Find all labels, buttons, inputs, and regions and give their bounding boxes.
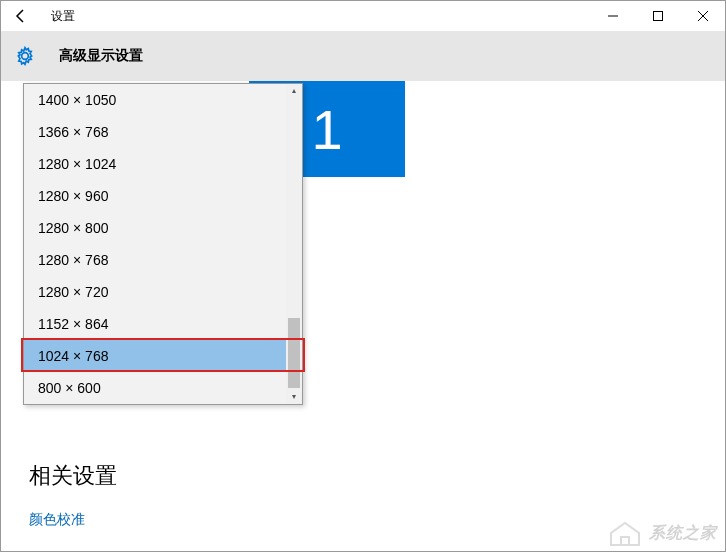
scroll-down-icon[interactable]: ▾: [289, 392, 299, 402]
back-button[interactable]: [1, 1, 41, 31]
house-icon: [607, 519, 643, 547]
subheader: 高级显示设置: [1, 31, 725, 81]
resolution-option-selected[interactable]: 1024 × 768: [24, 340, 302, 372]
resolution-option[interactable]: 1280 × 800: [24, 212, 302, 244]
window-title: 设置: [51, 8, 75, 25]
scroll-up-icon[interactable]: ▴: [289, 86, 299, 96]
dropdown-scrollbar[interactable]: ▴ ▾: [286, 84, 302, 404]
watermark-text: 系统之家: [649, 523, 717, 544]
arrow-left-icon: [13, 8, 29, 24]
resolution-option[interactable]: 1280 × 1024: [24, 148, 302, 180]
resolution-option[interactable]: 1280 × 960: [24, 180, 302, 212]
scrollbar-thumb[interactable]: [288, 318, 300, 388]
minimize-button[interactable]: [590, 1, 635, 31]
resolution-option[interactable]: 1280 × 768: [24, 244, 302, 276]
related-settings-heading: 相关设置: [29, 461, 117, 491]
related-settings-section: 相关设置 颜色校准: [29, 461, 117, 529]
maximize-icon: [653, 11, 663, 21]
color-calibration-link[interactable]: 颜色校准: [29, 511, 117, 529]
maximize-button[interactable]: [635, 1, 680, 31]
resolution-option[interactable]: 1152 × 864: [24, 308, 302, 340]
titlebar: 设置: [1, 1, 725, 31]
resolution-option[interactable]: 1366 × 768: [24, 116, 302, 148]
gear-icon: [15, 46, 35, 66]
resolution-option[interactable]: 800 × 600: [24, 372, 302, 404]
window-controls: [590, 1, 725, 31]
minimize-icon: [608, 11, 618, 21]
content-area: 1 1400 × 1050 1366 × 768 1280 × 1024 128…: [1, 81, 725, 552]
resolution-option[interactable]: 1400 × 1050: [24, 84, 302, 116]
resolution-dropdown[interactable]: 1400 × 1050 1366 × 768 1280 × 1024 1280 …: [23, 83, 303, 405]
svg-rect-1: [653, 12, 662, 21]
resolution-option[interactable]: 1280 × 720: [24, 276, 302, 308]
page-title: 高级显示设置: [59, 47, 143, 65]
close-button[interactable]: [680, 1, 725, 31]
watermark: 系统之家: [607, 519, 717, 547]
monitor-number: 1: [311, 97, 342, 162]
close-icon: [698, 11, 708, 21]
